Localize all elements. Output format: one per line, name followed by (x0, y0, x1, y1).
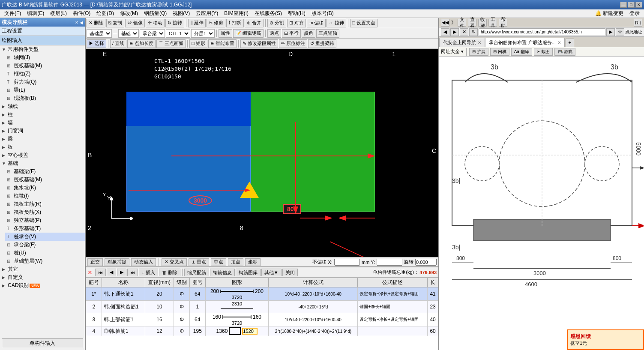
close-panel-icon[interactable]: ✕ (87, 269, 93, 276)
menu-help[interactable]: 帮助(H) (285, 9, 308, 18)
table-row[interactable]: 3 韩.上部钢筋1 16 Φ 64 160 (86, 313, 438, 326)
tree-col-cap[interactable]: ⊞柱墩(I) (5, 192, 85, 200)
component-select[interactable]: 承台梁 (140, 29, 165, 38)
midpoint-btn[interactable]: 中点 (211, 258, 226, 266)
tree-cap-beam[interactable]: ⊟承台梁(F) (5, 241, 85, 249)
tree-found-beam[interactable]: ⊟基础梁(F) (5, 168, 85, 176)
menu-online[interactable]: 在线服务(S) (252, 9, 285, 18)
menu-view[interactable]: 视图(V) (170, 9, 192, 18)
menu-rebar-qty[interactable]: 钢筋量(Q) (141, 9, 169, 18)
in-place-mark-btn[interactable]: ✏ 原位标注 (279, 39, 307, 48)
edit-rebar-btn[interactable]: 📝 编辑钢筋 (233, 29, 264, 38)
tree-frame-col[interactable]: T框柱(Z) (5, 70, 85, 78)
arc-btn[interactable]: ⌒ 三点画弧 (156, 39, 186, 48)
properties-btn[interactable]: 属性 (219, 29, 232, 38)
parallel-btn[interactable]: ⊟ 平行 (282, 29, 301, 38)
tree-slab-group[interactable]: ▶板 (0, 143, 85, 151)
snap-btn[interactable]: 对象捕捉 (105, 258, 129, 266)
rect-btn[interactable]: □ 矩形 (189, 39, 207, 48)
close-bottom-btn[interactable]: 关闭 (282, 269, 298, 276)
tab-close-pile-cap[interactable]: ✕ (557, 40, 561, 45)
offset-btn[interactable]: ⇥ 偏移 (307, 19, 326, 27)
copy-btn[interactable]: ⎘ 复制 (106, 19, 124, 27)
menu-cloud[interactable]: 云应用(Y) (193, 9, 221, 18)
help-btn[interactable]: 帮助 (499, 19, 507, 27)
trim-btn[interactable]: ✂ 修剪 (207, 19, 225, 27)
align-btn[interactable]: ⊞ 对齐 (287, 19, 306, 27)
tree-shear-wall[interactable]: T剪力墙(Q) (5, 78, 85, 86)
menu-version[interactable]: 版本号(B) (309, 9, 336, 18)
set-grip-btn[interactable]: □ 设置夹点 (350, 19, 377, 27)
delete-btn[interactable]: ✕ 删除 (87, 19, 105, 27)
point-add-len-btn[interactable]: ⊕ 点加长度 (127, 39, 156, 48)
new-tab-btn[interactable]: + (566, 39, 574, 47)
tree-strip-found[interactable]: T条形基础(T) (5, 224, 85, 233)
translate-btn[interactable]: Aa 翻译 (511, 48, 532, 56)
search-top-btn[interactable]: 查看 (468, 19, 476, 27)
tree-pile[interactable]: ⊟桩(U) (5, 249, 85, 257)
tree-cast-slab[interactable]: ⊟现浇板(B) (5, 94, 85, 102)
smart-place-btn[interactable]: ⊕ 智能布置 (208, 39, 237, 48)
rebar-info-btn[interactable]: 钢筋信息 (210, 269, 235, 276)
tree-beam[interactable]: ⊟梁(L) (5, 86, 85, 94)
address-input[interactable] (479, 28, 605, 36)
tree-isolated-found[interactable]: ⊟独立基础(P) (5, 216, 85, 224)
menu-new-change[interactable]: 🔔 新建变更 (593, 9, 626, 18)
perpendicular-btn[interactable]: ⊥ 垂点 (189, 258, 209, 266)
ad-banner[interactable]: 感恩回馈 低至1元 (567, 329, 644, 350)
tree-raft[interactable]: ⊞筏板基础(M) (5, 176, 85, 184)
tab-close-safety[interactable]: ✕ (478, 40, 481, 45)
tree-common-types[interactable]: ▼ 常用构件类型 (0, 45, 85, 54)
tree-sump[interactable]: ⊞集水坑(K) (5, 184, 85, 192)
table-row[interactable]: 2 韩.侧面构造筋1 10 Φ 1 2310 -40+2200 (86, 301, 438, 313)
menu-modify[interactable]: 修改(M) (117, 9, 141, 18)
two-point-btn[interactable]: 两点 (267, 29, 281, 38)
tree-axis[interactable]: ⊞轴网(J) (5, 54, 85, 62)
screenshot-btn[interactable]: ✂ 截图 (534, 48, 553, 56)
modify-seg-btn[interactable]: ✎ 修改梁段属性 (240, 39, 278, 48)
tree-raft-found[interactable]: ⊞筏板基础(M) (5, 62, 85, 70)
x-input[interactable] (334, 259, 360, 266)
collect-btn[interactable]: 收藏 (478, 19, 487, 27)
break-btn[interactable]: ⌇ 打断 (226, 19, 243, 27)
y-input[interactable] (377, 259, 402, 266)
back-btn[interactable]: ◀ (441, 28, 449, 36)
intersection-btn[interactable]: ✕ 交叉点 (162, 258, 187, 266)
bookmark-btn[interactable]: 文件 (458, 19, 466, 27)
rotate-input[interactable] (415, 259, 437, 266)
single-component-input-button[interactable]: 单构件输入 (2, 338, 83, 348)
menu-login[interactable]: 登录 (627, 9, 642, 18)
menu-bim[interactable]: BIM应用(I) (222, 9, 251, 18)
table-row[interactable]: 1* 韩.下通长筋1 20 Φ 64 200 (86, 287, 438, 301)
rebar-lib-btn[interactable]: 钢筋图库 (236, 269, 261, 276)
go-btn[interactable]: ▶ (606, 28, 615, 36)
tree-foundation-group[interactable]: ▼基础 (0, 159, 85, 168)
tree-other-group[interactable]: ▶其它 (0, 265, 85, 273)
scale-bar-btn[interactable]: 缩尺配筋 (184, 269, 209, 276)
point-angle-btn[interactable]: 点角 (302, 29, 315, 38)
layer-select[interactable]: 基础 (118, 29, 139, 38)
tree-axis-group[interactable]: ▶轴线 (0, 102, 85, 111)
stretch-btn[interactable]: ↔ 拉伸 (326, 19, 346, 27)
table-row[interactable]: 4 ◎韩.箍筋1 12 Φ 195 1360 (86, 326, 438, 336)
move-btn[interactable]: ✛ 移动 (146, 19, 165, 27)
shape-1520-input[interactable] (242, 328, 258, 335)
tab-pile-cap[interactable]: 承台钢筋如何布置-广联达服务... ✕ (485, 38, 565, 47)
tree-col-group[interactable]: ▶柱 (0, 111, 85, 119)
sidebar-section-project[interactable]: 工程设置 (0, 27, 85, 36)
menu-edit[interactable]: 编辑(E) (24, 9, 47, 18)
netgrid-btn[interactable]: ⊞ 网棋 (490, 48, 509, 56)
element-select[interactable]: CTL-1 (166, 29, 190, 38)
rotate-btn[interactable]: ↻ 旋转 (165, 19, 184, 27)
browser-back-btn[interactable]: ◀◀ (441, 19, 449, 27)
menu-file[interactable]: 文件(F) (2, 9, 24, 18)
last-record-btn[interactable]: ⏭ (127, 269, 138, 276)
expand-icon[interactable]: ▼ (2, 47, 7, 52)
tree-custom-group[interactable]: ▶自定义 (0, 273, 85, 281)
tree-raft-neg-bar[interactable]: ⊞筏板负筋(X) (5, 208, 85, 216)
prev-record-btn[interactable]: ◀ (107, 269, 116, 276)
split-btn[interactable]: ⊘ 分割 (267, 19, 286, 27)
other-btn[interactable]: 其他▼ (261, 269, 282, 276)
tab-safety[interactable]: 代安全上网导航 ✕ (439, 38, 485, 47)
merge-btn[interactable]: ⊕ 合并 (245, 19, 264, 27)
